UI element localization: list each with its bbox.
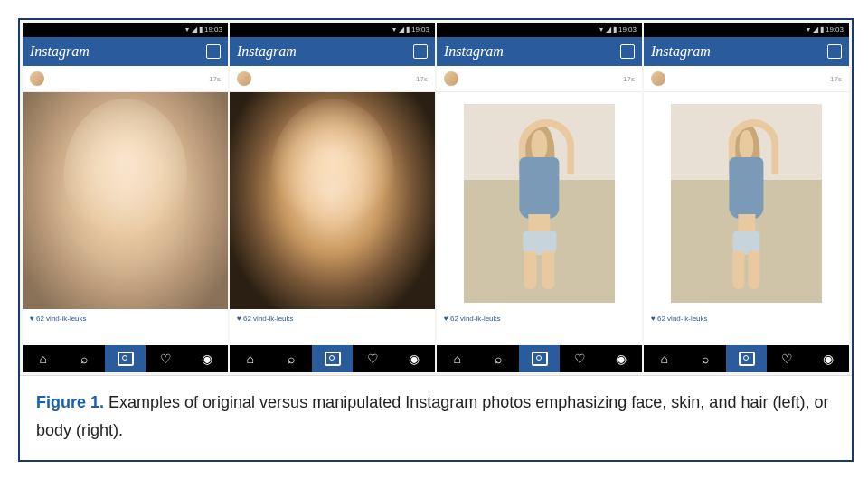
nav-search[interactable]: ⌕: [684, 345, 725, 372]
app-header: Instagram: [23, 37, 228, 66]
bottom-nav: ⌂ ⌕ ♡ ◉: [644, 345, 849, 372]
post-timestamp: 17s: [830, 75, 842, 83]
app-title: Instagram: [237, 43, 297, 60]
status-indicators: ▾ ◢ ▮: [807, 25, 823, 33]
home-icon: ⌂: [660, 352, 667, 366]
body-placeholder: [464, 104, 616, 304]
nav-home[interactable]: ⌂: [230, 345, 270, 372]
app-title: Instagram: [30, 43, 90, 60]
status-time: 19:03: [618, 25, 637, 33]
avatar[interactable]: [30, 71, 44, 86]
camera-icon: [325, 352, 341, 366]
search-icon: ⌕: [702, 352, 709, 366]
status-time: 19:03: [411, 25, 429, 33]
nav-camera[interactable]: [726, 345, 767, 372]
nav-activity[interactable]: ♡: [146, 345, 186, 372]
avatar[interactable]: [237, 71, 251, 86]
avatar[interactable]: [444, 71, 458, 86]
post-timestamp: 17s: [623, 75, 635, 83]
caption-label: Figure 1.: [36, 393, 104, 411]
nav-home[interactable]: ⌂: [644, 345, 684, 372]
activity-icon: ♡: [781, 352, 793, 366]
caption-text: Examples of original versus manipulated …: [36, 393, 828, 439]
nav-profile[interactable]: ◉: [394, 345, 435, 372]
status-time: 19:03: [204, 25, 222, 33]
body-placeholder: [671, 104, 823, 304]
camera-icon: [739, 352, 755, 366]
post-image[interactable]: [23, 92, 228, 309]
likes-count[interactable]: 62 vind-ik-leuks: [230, 309, 435, 345]
nav-search[interactable]: ⌕: [270, 345, 311, 372]
post-header: 17s: [437, 66, 642, 92]
likes-count[interactable]: 62 vind-ik-leuks: [23, 309, 228, 345]
post-image[interactable]: [230, 92, 435, 309]
post-image[interactable]: [644, 92, 849, 309]
nav-profile[interactable]: ◉: [808, 345, 849, 372]
face-placeholder: [63, 99, 186, 250]
status-indicators: ▾ ◢ ▮: [392, 25, 409, 33]
nav-profile[interactable]: ◉: [601, 345, 642, 372]
post-timestamp: 17s: [209, 75, 221, 83]
search-icon: ⌕: [495, 352, 502, 366]
phone-selfie-original: ▾ ◢ ▮ 19:03 Instagram 17s 62 vind-ik-leu…: [23, 23, 228, 372]
activity-icon: ♡: [367, 352, 379, 366]
status-bar: ▾ ◢ ▮ 19:03: [644, 23, 849, 37]
home-icon: ⌂: [246, 352, 253, 366]
nav-activity[interactable]: ♡: [353, 345, 393, 372]
nav-search[interactable]: ⌕: [477, 345, 518, 372]
nav-camera[interactable]: [105, 345, 146, 372]
bottom-nav: ⌂ ⌕ ♡ ◉: [23, 345, 228, 372]
bottom-nav: ⌂ ⌕ ♡ ◉: [437, 345, 642, 372]
phone-body-original: ▾ ◢ ▮ 19:03 Instagram 17s: [437, 23, 642, 372]
camera-icon: [118, 352, 134, 366]
phone-selfie-filtered: ▾ ◢ ▮ 19:03 Instagram 17s 62 vind-ik-leu…: [230, 23, 435, 372]
inbox-icon[interactable]: [827, 44, 842, 59]
nav-home[interactable]: ⌂: [437, 345, 477, 372]
nav-camera[interactable]: [519, 345, 560, 372]
app-header: Instagram: [644, 37, 849, 66]
status-bar: ▾ ◢ ▮ 19:03: [437, 23, 642, 37]
profile-icon: ◉: [823, 352, 834, 366]
status-bar: ▾ ◢ ▮ 19:03: [23, 23, 228, 37]
inbox-icon[interactable]: [206, 44, 221, 59]
nav-home[interactable]: ⌂: [23, 345, 63, 372]
app-header: Instagram: [437, 37, 642, 66]
activity-icon: ♡: [574, 352, 586, 366]
nav-camera[interactable]: [312, 345, 353, 372]
status-indicators: ▾ ◢ ▮: [599, 25, 616, 33]
search-icon: ⌕: [80, 352, 88, 366]
inbox-icon[interactable]: [413, 44, 428, 59]
status-bar: ▾ ◢ ▮ 19:03: [230, 23, 435, 37]
status-time: 19:03: [826, 25, 844, 33]
post-timestamp: 17s: [416, 75, 428, 83]
profile-icon: ◉: [409, 352, 420, 366]
post-image[interactable]: [437, 92, 642, 309]
profile-icon: ◉: [202, 352, 212, 366]
inbox-icon[interactable]: [620, 44, 635, 59]
face-placeholder: [270, 99, 393, 250]
bottom-nav: ⌂ ⌕ ♡ ◉: [230, 345, 435, 372]
nav-search[interactable]: ⌕: [63, 345, 104, 372]
avatar[interactable]: [651, 71, 665, 86]
status-indicators: ▾ ◢ ▮: [185, 25, 202, 33]
nav-profile[interactable]: ◉: [187, 345, 228, 372]
home-icon: ⌂: [453, 352, 460, 366]
post-header: 17s: [644, 66, 849, 92]
figure-container: ▾ ◢ ▮ 19:03 Instagram 17s 62 vind-ik-leu…: [18, 18, 854, 462]
likes-count[interactable]: 62 vind-ik-leuks: [644, 309, 849, 345]
camera-icon: [532, 352, 548, 366]
phone-body-filtered: ▾ ◢ ▮ 19:03 Instagram 17s: [644, 23, 849, 372]
home-icon: ⌂: [39, 352, 46, 366]
app-title: Instagram: [444, 43, 504, 60]
likes-count[interactable]: 62 vind-ik-leuks: [437, 309, 642, 345]
activity-icon: ♡: [160, 352, 172, 366]
app-header: Instagram: [230, 37, 435, 66]
nav-activity[interactable]: ♡: [767, 345, 807, 372]
post-header: 17s: [230, 66, 435, 92]
phones-row: ▾ ◢ ▮ 19:03 Instagram 17s 62 vind-ik-leu…: [20, 20, 852, 376]
app-title: Instagram: [651, 43, 711, 60]
post-header: 17s: [23, 66, 228, 92]
nav-activity[interactable]: ♡: [560, 345, 600, 372]
figure-caption: Figure 1. Examples of original versus ma…: [20, 376, 852, 460]
search-icon: ⌕: [288, 352, 295, 366]
